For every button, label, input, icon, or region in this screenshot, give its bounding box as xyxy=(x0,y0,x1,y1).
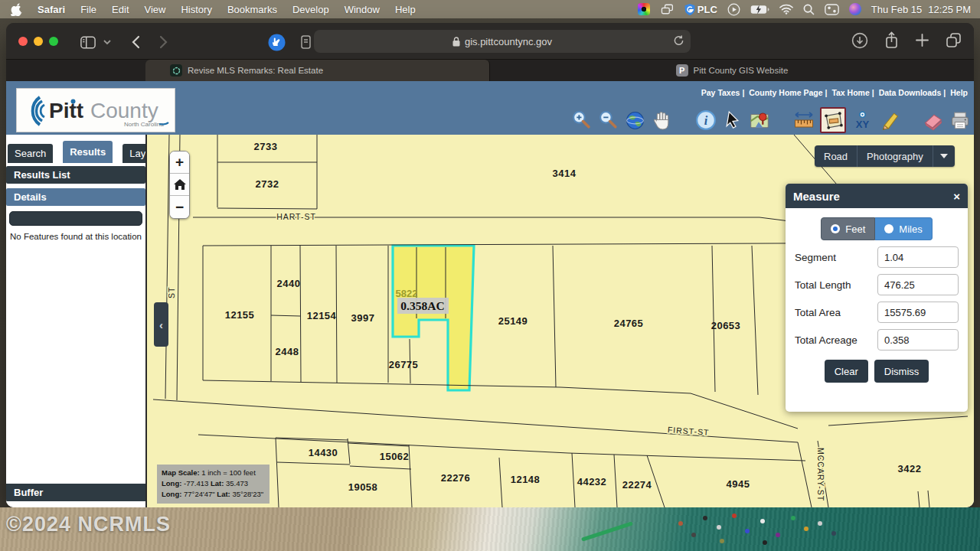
menu-bookmarks[interactable]: Bookmarks xyxy=(220,4,285,15)
close-window-button[interactable] xyxy=(18,37,28,46)
forward-button[interactable] xyxy=(153,32,173,52)
zoom-out-button[interactable]: − xyxy=(170,196,189,218)
menu-safari[interactable]: Safari xyxy=(30,4,73,15)
basemap-dropdown-button[interactable] xyxy=(933,145,955,167)
sidebar-chevron-icon[interactable] xyxy=(101,32,113,52)
tab-search[interactable]: Search xyxy=(8,144,53,163)
measure-area-icon-active[interactable] xyxy=(820,107,846,133)
sidebar-toggle-icon[interactable] xyxy=(78,32,98,52)
pan-hand-icon[interactable] xyxy=(651,109,672,131)
parcel-label: 3414 xyxy=(553,168,577,179)
zoom-in-button[interactable]: + xyxy=(170,152,189,174)
pitt-county-logo: Pitt County North Carolina xyxy=(16,88,175,132)
link-pay-taxes[interactable]: Pay Taxes xyxy=(701,88,740,97)
screen-mirroring-icon[interactable] xyxy=(660,3,674,15)
extension-hand-icon[interactable] xyxy=(266,32,286,52)
basemap-road-button[interactable]: Road xyxy=(815,145,858,167)
sidebar-collapse-handle[interactable]: ‹ xyxy=(154,302,168,347)
spotlight-icon[interactable] xyxy=(803,4,815,15)
tab-revise-mls[interactable]: Revise MLS Remarks: Real Estate xyxy=(145,60,490,81)
link-separator: | xyxy=(825,88,828,97)
segment-input[interactable] xyxy=(877,246,959,268)
globe-zoom-extent-icon[interactable] xyxy=(624,109,645,131)
zoom-in-tool-icon[interactable] xyxy=(570,109,592,131)
menu-view[interactable]: View xyxy=(137,4,174,15)
menu-help[interactable]: Help xyxy=(387,4,423,15)
lat-dms-value: 35°28'23" xyxy=(230,490,263,498)
results-list-header[interactable]: Results List xyxy=(6,166,145,184)
menu-window[interactable]: Window xyxy=(337,4,387,15)
link-tax-home[interactable]: Tax Home xyxy=(831,88,869,97)
map-viewport[interactable]: HART-ST FIRST-ST MCCARY-ST ST 2733 2732 … xyxy=(145,135,974,507)
unit-feet-button[interactable]: Feet xyxy=(821,217,875,240)
tab-title: Pitt County GIS Website xyxy=(694,66,789,75)
siri-icon[interactable] xyxy=(849,3,861,15)
menu-edit[interactable]: Edit xyxy=(104,4,136,15)
total-area-input[interactable] xyxy=(877,302,959,323)
dismiss-button[interactable]: Dismiss xyxy=(874,360,929,383)
shield-plc-icon[interactable]: PLC xyxy=(684,3,717,16)
back-button[interactable] xyxy=(126,32,145,52)
basemap-photography-button[interactable]: Photography xyxy=(858,145,933,167)
measure-panel-header: Measure × xyxy=(786,184,968,208)
address-bar[interactable]: gis.pittcountync.gov xyxy=(314,30,691,53)
gis-favicon: P xyxy=(676,64,688,77)
buffer-header[interactable]: Buffer xyxy=(6,484,145,501)
downloads-icon[interactable] xyxy=(851,32,868,52)
link-separator: | xyxy=(742,88,744,97)
battery-icon[interactable] xyxy=(750,5,769,15)
control-center-icon[interactable] xyxy=(825,4,839,15)
wifi-icon[interactable] xyxy=(779,4,793,15)
unit-feet-label: Feet xyxy=(845,223,865,235)
total-acreage-input[interactable] xyxy=(877,329,959,350)
print-icon[interactable] xyxy=(949,109,971,131)
reload-icon[interactable] xyxy=(673,34,684,49)
zoom-window-button[interactable] xyxy=(49,37,58,46)
menu-history[interactable]: History xyxy=(173,4,219,15)
svg-text:XY: XY xyxy=(855,118,869,129)
link-county-home[interactable]: County Home Page xyxy=(749,88,822,97)
highlight-parcel-id: 5822 xyxy=(396,288,418,299)
zoom-out-tool-icon[interactable] xyxy=(597,109,619,131)
plc-label: PLC xyxy=(697,4,717,15)
clear-button[interactable]: Clear xyxy=(825,360,868,383)
eraser-icon[interactable] xyxy=(923,109,944,131)
clock-date: Thu Feb 15 xyxy=(871,4,923,15)
radio-selected-icon xyxy=(831,224,840,233)
ncrmls-watermark: ©2024 NCRMLS xyxy=(6,513,171,536)
parcel-label: 2732 xyxy=(256,178,279,190)
link-help[interactable]: Help xyxy=(950,88,968,97)
close-icon[interactable]: × xyxy=(953,190,960,203)
map-toolbar: i XY xyxy=(570,107,971,133)
extension-page-icon[interactable] xyxy=(296,32,315,52)
tab-pitt-county-gis[interactable]: P Pitt County GIS Website xyxy=(490,60,974,81)
link-separator: | xyxy=(872,88,874,97)
parcel-label: 24765 xyxy=(614,318,644,329)
minimize-window-button[interactable] xyxy=(34,37,43,46)
measure-distance-icon[interactable] xyxy=(793,109,815,131)
apple-menu-icon[interactable] xyxy=(11,3,22,16)
identify-info-icon[interactable]: i xyxy=(695,109,717,131)
tab-overview-icon[interactable] xyxy=(946,32,962,51)
menu-clock[interactable]: Thu Feb 15 12:25 PM xyxy=(871,4,971,15)
home-extent-button[interactable] xyxy=(170,174,189,196)
menu-develop[interactable]: Develop xyxy=(285,4,337,15)
link-data-downloads[interactable]: Data Downloads xyxy=(879,88,942,97)
select-pointer-icon[interactable] xyxy=(722,109,743,131)
menu-file[interactable]: File xyxy=(73,4,104,15)
locate-map-marker-icon[interactable] xyxy=(749,109,770,131)
details-header[interactable]: Details xyxy=(6,188,145,206)
status-app-icon[interactable] xyxy=(638,3,650,15)
share-icon[interactable] xyxy=(884,31,899,52)
map-scale-box: Map Scale: 1 inch = 100 feet Long: -77.4… xyxy=(157,465,270,504)
link-separator: | xyxy=(943,88,946,97)
draw-pencil-icon[interactable] xyxy=(878,109,900,131)
xy-coordinates-icon[interactable]: XY xyxy=(851,109,873,131)
unit-miles-button[interactable]: Miles xyxy=(875,217,932,240)
long-label: Long: xyxy=(162,479,181,487)
new-tab-icon[interactable] xyxy=(915,33,929,51)
tab-results[interactable]: Results xyxy=(63,141,113,163)
menu-bar: Safari File Edit View History Bookmarks … xyxy=(0,0,980,18)
play-status-icon[interactable] xyxy=(727,3,740,16)
total-length-input[interactable] xyxy=(877,274,959,295)
